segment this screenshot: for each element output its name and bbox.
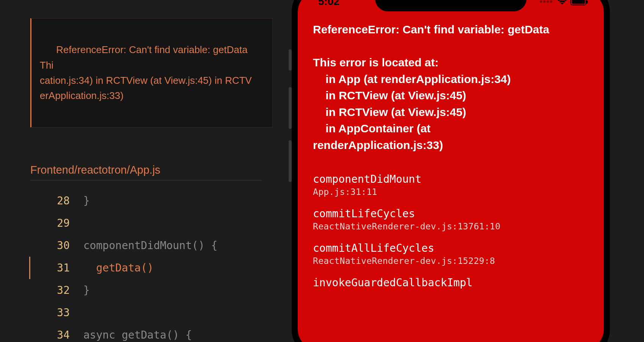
phone-silent-switch xyxy=(289,49,292,71)
code-line[interactable]: 31 getData() xyxy=(29,257,292,279)
debugger-panel: ReferenceError: Can't find variable: get… xyxy=(0,0,292,342)
file-path[interactable]: Frontend/reactotron/App.js xyxy=(30,164,261,180)
stack-frame-location: ReactNativeRenderer-dev.js:13761:10 xyxy=(313,221,589,231)
stack-frame-function: commitAllLifeCycles xyxy=(313,242,589,254)
code-text: async getData() { xyxy=(83,329,192,341)
phone-notch xyxy=(375,0,527,11)
phone-mock: 5:02 ReferenceError: Can't find variable… xyxy=(292,0,644,342)
stack-frame[interactable]: commitLifeCyclesReactNativeRenderer-dev.… xyxy=(313,207,589,231)
stack-frame-location: ReactNativeRenderer-dev.js:15229:8 xyxy=(313,256,589,266)
phone-volume-down xyxy=(289,140,292,182)
code-line[interactable]: 34async getData() { xyxy=(30,324,292,342)
stack-frame-function: invokeGuardedCallbackImpl xyxy=(313,276,589,289)
code-line[interactable]: 32} xyxy=(30,279,292,301)
code-line[interactable]: 33 xyxy=(30,301,292,324)
phone-volume-up xyxy=(289,87,292,129)
stack-frame-function: commitLifeCycles xyxy=(313,207,589,220)
stack-frame[interactable]: commitAllLifeCyclesReactNativeRenderer-d… xyxy=(313,242,589,266)
stack-frame-function: componentDidMount xyxy=(313,173,589,185)
line-number: 29 xyxy=(30,217,83,229)
code-text: getData() xyxy=(83,262,153,274)
code-text: } xyxy=(83,284,90,297)
stack-frame[interactable]: invokeGuardedCallbackImpl xyxy=(313,276,589,289)
code-line[interactable]: 29 xyxy=(30,212,292,234)
wifi-icon xyxy=(557,0,567,5)
code-line[interactable]: 30componentDidMount() { xyxy=(30,234,292,257)
line-number: 32 xyxy=(30,284,83,297)
battery-icon xyxy=(571,0,586,5)
redbox-message: ReferenceError: Can't find variable: get… xyxy=(313,21,589,153)
redbox[interactable]: ReferenceError: Can't find variable: get… xyxy=(313,21,589,300)
source-code: 28}2930componentDidMount() {31 getData()… xyxy=(30,190,292,342)
error-summary-text: ReferenceError: Can't find variable: get… xyxy=(40,44,252,101)
line-number: 33 xyxy=(30,306,83,319)
line-number: 34 xyxy=(30,329,83,341)
stack-frame[interactable]: componentDidMountApp.js:31:11 xyxy=(313,173,589,197)
line-number: 30 xyxy=(30,239,83,252)
status-right xyxy=(540,0,586,8)
code-line[interactable]: 28} xyxy=(30,190,292,212)
line-number: 28 xyxy=(30,195,83,207)
status-time: 5:02 xyxy=(318,0,339,8)
phone-screen[interactable]: 5:02 ReferenceError: Can't find variable… xyxy=(298,0,604,342)
stack-trace: componentDidMountApp.js:31:11commitLifeC… xyxy=(313,173,589,289)
phone-frame: 5:02 ReferenceError: Can't find variable… xyxy=(292,0,610,342)
code-text: componentDidMount() { xyxy=(83,239,217,252)
stack-frame-location: App.js:31:11 xyxy=(313,187,589,197)
code-text: } xyxy=(83,195,90,207)
cellular-dots-icon xyxy=(540,0,552,3)
line-number: 31 xyxy=(30,262,83,274)
file-path-text: Frontend/reactotron/App.js xyxy=(30,164,160,176)
error-summary-box[interactable]: ReferenceError: Can't find variable: get… xyxy=(30,18,273,127)
